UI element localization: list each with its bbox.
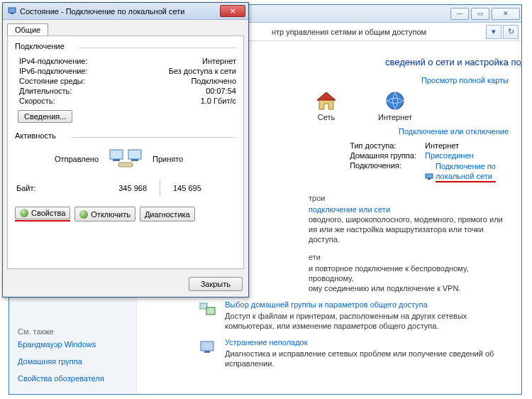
addr-dropdown-button[interactable]: ▾	[486, 25, 501, 39]
bytes-label: Байт:	[16, 184, 85, 192]
sidebar-link-homegroup[interactable]: Домашняя группа	[18, 357, 128, 366]
group-activity-title: Активность	[15, 131, 236, 141]
details-button[interactable]: Сведения...	[18, 110, 72, 123]
speed-value: 1.0 Гбит/с	[201, 97, 236, 105]
bytes-sent: 345 968	[85, 184, 154, 192]
task-homegroup-text: Доступ к файлам и принтерам, расположенн…	[225, 311, 509, 331]
close-button-dlg[interactable]: Закрыть	[189, 277, 243, 291]
speed-label: Скорость:	[19, 97, 55, 105]
bytes-received: 145 695	[166, 184, 235, 192]
access-type-value: Интернет	[425, 141, 509, 150]
homegroup-icon	[198, 300, 218, 319]
media-value: Подключено	[191, 77, 236, 85]
connection-icon	[7, 6, 17, 16]
bytes-sep	[160, 180, 160, 197]
lan-connection-link[interactable]: Подключение по локальной сети	[436, 161, 496, 182]
dialog-titlebar: Состояние - Подключение по локальной сет…	[3, 3, 248, 20]
svg-rect-12	[131, 159, 138, 161]
task-homegroup: Выбор домашней группы и параметров общег…	[198, 300, 509, 331]
shield-icon	[20, 209, 28, 217]
see-also-label: См. также	[18, 320, 128, 336]
link-connect-disconnect[interactable]: Подключение или отключение	[399, 127, 509, 136]
dialog-title: Состояние - Подключение по локальной сет…	[20, 7, 220, 16]
svg-point-0	[387, 92, 404, 109]
bytes-row: Байт: 345 968 145 695	[15, 180, 236, 197]
group-connection: Подключение IPv4-подключение:Интернет IP…	[15, 42, 236, 123]
task-connect-network: ети и повторное подключение к беспроводн…	[309, 253, 509, 293]
duration-label: Длительность:	[19, 87, 72, 95]
homegroup-label: Домашняя группа:	[350, 151, 416, 160]
sidebar-link-firewall[interactable]: Брандмауэр Windows	[18, 340, 128, 349]
troubleshoot-icon	[198, 338, 218, 356]
link-full-map[interactable]: Просмотр полной карты	[421, 76, 509, 84]
dialog-footer: Закрыть	[3, 273, 248, 297]
sent-label: Отправлено	[15, 155, 106, 163]
svg-rect-2	[428, 178, 431, 180]
shield-icon	[79, 210, 88, 219]
task-new-connection: трои подключение или сети оводного, широ…	[309, 194, 509, 244]
ipv4-label: IPv4-подключение:	[19, 57, 88, 65]
lan-icon	[425, 173, 433, 180]
conn-labels: Тип доступа: Домашняя группа: Подключени…	[350, 140, 416, 184]
tab-strip: Общие	[3, 20, 248, 35]
link-troubleshoot[interactable]: Устранение неполадок	[225, 338, 308, 346]
group-activity: Активность Отправлено Принято Байт: 345 …	[15, 131, 236, 222]
connections-label: Подключения:	[350, 161, 416, 170]
dialog-close-button[interactable]: ✕	[220, 5, 245, 17]
maximize-button[interactable]: ▭	[471, 8, 489, 20]
network-map: Сеть Интернет	[314, 90, 509, 121]
task-troubleshoot: Устранение неполадок Диагностика и испра…	[198, 338, 509, 368]
disable-button[interactable]: Отключить	[74, 207, 135, 222]
address-tools: ▾ ↻	[484, 25, 519, 39]
diagnose-button[interactable]: Диагностика	[140, 207, 195, 222]
node-internet[interactable]: Интернет	[378, 90, 412, 121]
svg-rect-7	[9, 8, 16, 13]
breadcrumb: нтр управления сетями и общим доступом	[272, 28, 484, 36]
ipv6-label: IPv6-подключение:	[19, 67, 88, 75]
close-button[interactable]: ✕	[492, 8, 520, 20]
node-network-label: Сеть	[314, 113, 338, 121]
group-connection-title: Подключение	[15, 42, 236, 52]
svg-rect-11	[128, 150, 141, 159]
received-label: Принято	[145, 155, 236, 163]
svg-rect-6	[204, 351, 210, 353]
activity-row: Отправлено Принято	[15, 146, 236, 173]
homegroup-link[interactable]: Присоединен	[425, 151, 474, 160]
node-network[interactable]: Сеть	[314, 90, 338, 121]
link-homegroup-sharing[interactable]: Выбор домашней группы и параметров общег…	[225, 300, 428, 309]
media-label: Состояние среды:	[19, 77, 85, 85]
access-type-label: Тип доступа:	[350, 141, 416, 150]
sidebar-link-browser-props[interactable]: Свойства обозревателя	[18, 374, 128, 383]
svg-rect-8	[11, 13, 13, 14]
svg-rect-9	[110, 150, 123, 159]
properties-underline: Свойства	[15, 207, 70, 222]
dialog-content: Подключение IPv4-подключение:Интернет IP…	[7, 35, 244, 269]
tab-general[interactable]: Общие	[7, 23, 48, 35]
action-buttons: Свойства Отключить Диагностика	[15, 207, 236, 222]
link-new-connection[interactable]: подключение или сети	[309, 205, 390, 214]
svg-rect-4	[206, 307, 215, 315]
refresh-button[interactable]: ↻	[503, 25, 519, 39]
svg-rect-5	[201, 341, 214, 351]
house-icon	[314, 90, 338, 111]
status-dialog: Состояние - Подключение по локальной сет…	[2, 2, 249, 297]
minimize-button[interactable]: —	[450, 8, 469, 20]
page-title: сведений о сети и настройка подключений	[385, 57, 509, 67]
properties-button[interactable]: Свойства	[15, 207, 70, 219]
activity-icon	[106, 146, 145, 173]
ipv4-value: Интернет	[202, 57, 236, 65]
node-internet-label: Интернет	[378, 113, 412, 121]
duration-value: 00:07:54	[206, 87, 236, 95]
svg-rect-1	[426, 174, 433, 178]
conn-values: Интернет Присоединен Подключение по лока…	[425, 140, 509, 184]
svg-rect-13	[118, 163, 133, 167]
globe-icon	[383, 90, 407, 111]
task-troubleshoot-text: Диагностика и исправление сетевых пробле…	[225, 349, 509, 368]
svg-rect-10	[113, 159, 120, 161]
ipv6-value: Без доступа к сети	[169, 67, 236, 75]
